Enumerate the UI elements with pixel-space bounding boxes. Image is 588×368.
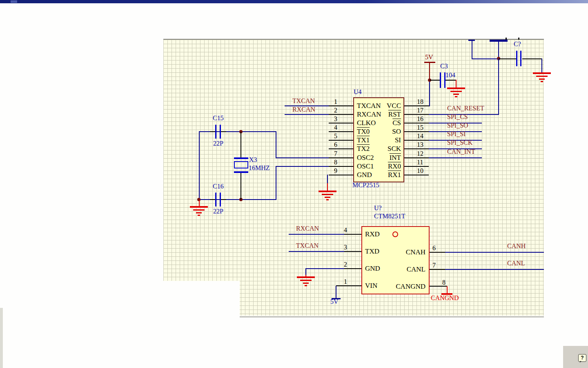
transceiver-pin6-stub xyxy=(430,252,445,253)
wire-txcan2[interactable] xyxy=(289,251,344,252)
u4-pin-name: SCK xyxy=(368,145,401,152)
u4-pin15-stub xyxy=(404,131,429,132)
cap-c15-value[interactable]: 22P xyxy=(213,140,223,147)
transceiver-pin-name: CANL xyxy=(384,266,425,273)
title-bar-glyph xyxy=(11,0,17,3)
wire-can-int[interactable] xyxy=(429,157,482,158)
u4-pin-number: 5 xyxy=(329,133,342,139)
cangnd-stub xyxy=(447,286,448,293)
wire-rxcan2[interactable] xyxy=(289,234,344,235)
u4-pin-name: RST xyxy=(368,111,401,118)
net-label-rxcan[interactable]: RXCAN xyxy=(292,106,315,113)
cap-c16-designator[interactable]: C16 xyxy=(213,183,224,190)
cap-c15-plate[interactable] xyxy=(220,125,221,139)
u4-pin12-stub xyxy=(404,157,429,158)
ground-symbol[interactable] xyxy=(447,88,465,98)
xtal-lead-bottom xyxy=(241,173,241,200)
net-label-can-reset[interactable]: CAN_RESET xyxy=(447,105,484,112)
wire-can-reset-vertical[interactable] xyxy=(498,58,499,115)
net-label-can-int[interactable]: CAN_INT xyxy=(447,148,475,155)
net-label-rxcan2[interactable]: RXCAN xyxy=(296,225,319,232)
cap-c15-lead xyxy=(210,131,215,132)
power-label-cangnd[interactable]: CANGND xyxy=(431,295,459,301)
cap-c16-plate[interactable] xyxy=(215,193,216,206)
wire-canl[interactable] xyxy=(445,269,544,270)
u4-pin5-stub xyxy=(329,140,353,141)
cap-c15-lead xyxy=(221,131,226,132)
transceiver-pin-number: 6 xyxy=(430,245,439,251)
transceiver-pin7-stub xyxy=(430,269,445,270)
u4-pin17-stub xyxy=(404,114,429,115)
wire-osc1[interactable] xyxy=(276,166,329,167)
ground-symbol[interactable] xyxy=(318,191,336,201)
cap-c16-value[interactable]: 22P xyxy=(213,208,223,215)
ground-symbol[interactable] xyxy=(190,206,208,217)
wire-cq-ground[interactable] xyxy=(541,58,542,72)
net-label-spi-so[interactable]: SPI_SO xyxy=(447,122,468,129)
net-label-txcan[interactable]: TXCAN xyxy=(292,98,315,104)
u4-pin6-stub xyxy=(329,148,353,149)
u4-pin13-stub xyxy=(404,148,429,149)
u4-pin18-stub xyxy=(404,105,430,106)
transceiver-pin-name: CNAH xyxy=(384,249,425,256)
net-label-spi-sck[interactable]: SPI_SCK xyxy=(447,139,472,146)
cap-cq-plate[interactable] xyxy=(520,51,521,66)
u4-pin-number: 16 xyxy=(417,116,423,122)
u4-pin-name: VCC xyxy=(368,102,401,109)
wire-xtal-left[interactable] xyxy=(199,131,200,200)
wire-canh[interactable] xyxy=(445,252,544,253)
cap-c15-plate[interactable] xyxy=(215,125,216,139)
cap-cq-lead xyxy=(522,58,542,59)
power-label-5v[interactable]: 5V xyxy=(425,54,433,61)
wire-osc2-vertical[interactable] xyxy=(276,131,276,158)
transceiver-designator[interactable]: U? xyxy=(374,205,382,211)
cap-c15-designator[interactable]: C15 xyxy=(213,115,224,121)
u4-designator[interactable]: U4 xyxy=(354,89,362,95)
cap-cq-plate[interactable] xyxy=(516,51,517,66)
u4-pin-number: 4 xyxy=(329,124,342,131)
wire-osc1-vertical[interactable] xyxy=(276,166,276,200)
u4-pin4-stub xyxy=(329,131,353,132)
wire-gnd2[interactable] xyxy=(306,268,344,269)
u4-pin-number: 6 xyxy=(329,141,342,148)
net-label-canl[interactable]: CANL xyxy=(507,260,525,267)
xtal-plate-top xyxy=(234,157,248,159)
transceiver-part-number[interactable]: CTM8251T xyxy=(374,213,405,220)
cap-c3-value[interactable]: 104 xyxy=(445,72,455,79)
help-balloon-icon[interactable]: ? xyxy=(578,354,586,362)
wire-gnd2-vertical[interactable] xyxy=(305,268,306,275)
ground-symbol[interactable] xyxy=(297,276,315,287)
ground-stub xyxy=(327,183,328,191)
transceiver-pin2-stub xyxy=(344,268,361,269)
wire-vcc[interactable] xyxy=(429,80,430,106)
u4-pin-number: 11 xyxy=(417,159,423,166)
pin-dot-marker xyxy=(392,231,398,237)
wire-rail-drop[interactable] xyxy=(472,41,472,59)
wire-5v-vertical[interactable] xyxy=(336,286,336,298)
cap-cq-designator[interactable]: C? xyxy=(514,41,521,47)
ground-symbol[interactable] xyxy=(533,72,551,83)
xtal-designator[interactable]: X3 xyxy=(249,157,257,163)
cap-c3-designator[interactable]: C3 xyxy=(440,63,448,70)
wire-osc2[interactable] xyxy=(276,157,329,158)
xtal-body[interactable] xyxy=(234,161,248,168)
u4-pin-number: 13 xyxy=(417,141,423,148)
xtal-plate-bottom xyxy=(234,171,248,173)
wire-rail-drop[interactable] xyxy=(498,42,499,59)
u4-pin-number: 3 xyxy=(329,116,342,122)
wire-rxcan[interactable] xyxy=(285,114,329,115)
net-label-spi-si[interactable]: SPI_SI xyxy=(447,131,466,137)
net-label-spi-cs[interactable]: SPI_CS xyxy=(447,114,468,120)
power-label-5v-bottom[interactable]: 5V xyxy=(330,298,339,305)
xtal-value[interactable]: 16MHZ xyxy=(249,165,270,171)
cap-c3-plate[interactable] xyxy=(440,72,441,88)
wire-u4-gnd[interactable] xyxy=(327,175,328,183)
u4-pin-number: 15 xyxy=(417,124,423,131)
wire-cq-left[interactable] xyxy=(472,58,499,59)
u4-pin-name: RX0 xyxy=(368,163,401,170)
net-label-txcan2[interactable]: TXCAN xyxy=(296,242,318,249)
u4-pin-number: 10 xyxy=(417,168,423,174)
u4-part-number[interactable]: MCP2515 xyxy=(352,182,379,188)
net-label-canh[interactable]: CANH xyxy=(507,243,526,249)
cap-c16-plate[interactable] xyxy=(220,193,221,206)
